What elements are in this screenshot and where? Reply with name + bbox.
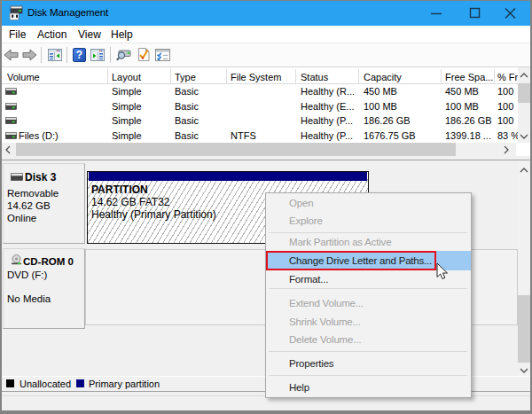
svg-text:?: ? [76,49,82,61]
